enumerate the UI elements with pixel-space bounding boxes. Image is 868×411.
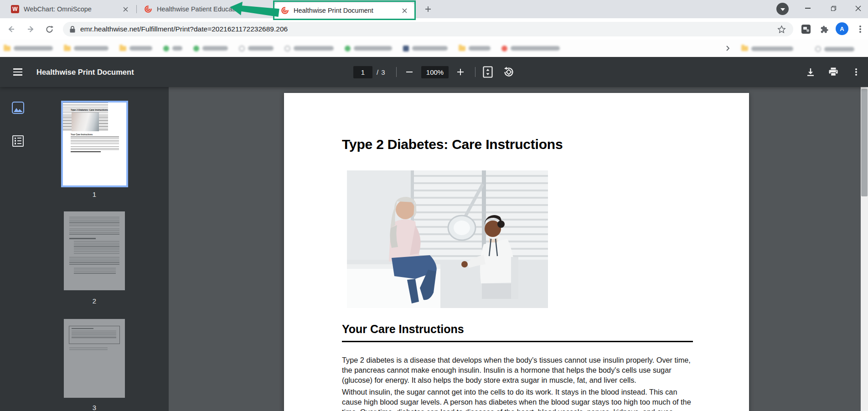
bookmark-item[interactable] [193,46,228,51]
tab-patient-education[interactable]: Healthwise Patient Education [138,0,273,18]
toolbar-divider [396,67,397,77]
tab-title: Healthwise Patient Education [157,5,242,13]
omnibox[interactable]: emr.healthwise.net/Fulfillment/Print?dat… [63,22,793,36]
forward-button[interactable] [24,22,38,36]
healthwise-favicon [281,6,289,15]
bookmarks-bar [0,40,868,57]
thumbnail-label-3: 3 [64,404,125,411]
thumbnails-icon [12,102,24,114]
print-button[interactable] [827,66,840,78]
url-text: emr.healthwise.net/Fulfillment/Print?dat… [80,25,776,33]
folder-icon [459,46,465,51]
mini-doc-photo [72,113,99,131]
document-title: Type 2 Diabetes: Care Instructions [342,137,563,152]
vertical-scrollbar[interactable] [861,87,868,411]
site-icon [403,46,409,51]
kebab-menu-icon [859,25,861,34]
document-outline-button[interactable] [8,131,28,151]
tab-title: WebChart: OmniScope [24,5,117,13]
pdf-toolbar: Healthwise Print Document / 3 100% [0,57,868,87]
thumbnails-view-button[interactable] [8,98,28,118]
kebab-menu-icon [855,67,857,77]
bookmark-item[interactable] [64,46,108,51]
toolbar-divider [475,67,475,77]
tab-close-icon[interactable] [400,6,408,15]
bookmark-item[interactable] [501,46,560,51]
window-restore-button[interactable] [823,0,843,16]
bookmark-item[interactable] [239,46,274,51]
window-close-button[interactable] [848,0,868,16]
tab-search-button[interactable] [776,3,789,15]
more-options-button[interactable] [850,66,863,78]
globe-icon [239,46,245,51]
thumbnail-label-2: 2 [64,297,125,305]
page-count: / 3 [377,68,386,76]
extension-icon[interactable] [799,22,813,36]
zoom-out-button[interactable] [403,66,416,78]
folder-icon [741,46,748,51]
thumbnail-page-preview: Type 2 Diabetes: Care Instructions Your … [63,103,126,185]
back-button[interactable] [4,22,18,36]
profile-avatar[interactable]: A [836,22,848,35]
bookmark-item[interactable] [741,46,793,51]
zoom-in-button[interactable] [454,66,467,78]
bookmark-item[interactable] [459,46,491,51]
document-paragraph: Without insulin, the sugar cannot get in… [342,387,697,411]
print-icon [828,67,838,77]
pdf-document-title: Healthwise Print Document [36,68,134,77]
site-icon [193,46,199,51]
scrollbar-thumb[interactable] [861,89,868,196]
bookmark-star-icon[interactable] [776,24,787,35]
globe-icon [284,46,290,51]
page-thumbnail-1[interactable]: Type 2 Diabetes: Care Instructions Your … [61,101,128,187]
tab-close-icon[interactable] [121,5,129,13]
document-paragraph: Type 2 diabetes is a disease that develo… [342,355,697,385]
bookmark-item[interactable] [4,46,53,51]
bookmark-item[interactable] [119,46,152,51]
tab-separator [136,5,137,13]
folder-icon [119,46,126,51]
lock-icon [69,26,76,33]
page-thumbnail-2[interactable] [64,211,125,290]
extensions-puzzle-icon[interactable] [817,22,831,36]
webchart-favicon: W [11,5,19,13]
window-minimize-button[interactable] [798,0,818,16]
rotate-button[interactable] [502,66,515,78]
address-bar: emr.healthwise.net/Fulfillment/Print?dat… [0,18,868,40]
outline-icon [12,135,24,147]
tab-title: Healthwise Print Document [294,7,396,14]
pdf-content-area: Type 2 Diabetes: Care Instructions Your … [0,87,868,411]
page-separator: / [377,68,379,76]
site-icon [345,46,351,51]
thumbnail-label-1: 1 [64,190,125,198]
bookmark-item[interactable] [815,46,854,52]
fit-page-icon [483,66,493,78]
rotate-icon [503,66,515,78]
page-thumbnail-3[interactable] [64,319,125,398]
bookmarks-overflow-chevron[interactable] [723,43,733,53]
page-number-input[interactable] [353,66,372,78]
browser-menu-button[interactable] [853,22,867,36]
restore-icon [831,6,836,11]
bookmark-item[interactable] [403,46,448,51]
pdf-viewer: Type 2 Diabetes: Care Instructions [169,87,861,411]
tab-close-icon[interactable] [246,5,254,13]
download-button[interactable] [804,66,817,78]
bookmark-item[interactable] [345,46,392,51]
mini-doc-heading: Your Care Instructions [71,134,93,136]
minimize-icon [805,8,811,9]
patient-doctor-photo [347,170,548,308]
fit-to-page-button[interactable] [481,66,494,78]
heading-rule [342,341,693,342]
bookmark-item[interactable] [163,46,182,51]
menu-hamburger-button[interactable] [11,66,24,78]
bookmarks-row [4,40,560,57]
zoom-level: 100% [421,66,449,78]
tab-print-document[interactable]: Healthwise Print Document [274,3,415,18]
healthwise-favicon [144,5,152,13]
mini-doc-title: Type 2 Diabetes: Care Instructions [71,108,120,111]
new-tab-button[interactable] [422,3,434,15]
reload-button[interactable] [42,22,57,36]
bookmark-item[interactable] [284,46,334,51]
tab-webchart-omniscope[interactable]: W WebChart: OmniScope [5,0,136,18]
